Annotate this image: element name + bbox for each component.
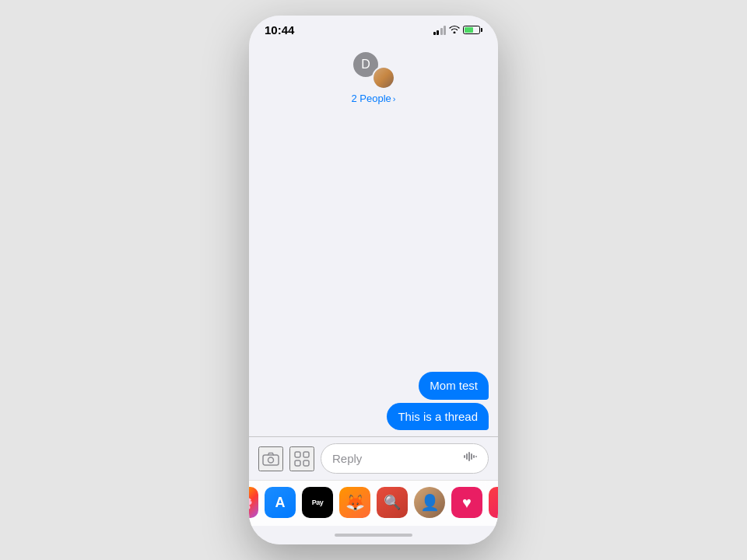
svg-rect-3	[303, 452, 309, 457]
svg-rect-5	[303, 460, 309, 466]
home-indicator	[249, 526, 498, 544]
svg-rect-0	[263, 455, 279, 465]
svg-rect-7	[466, 453, 468, 460]
dock-item-applepay[interactable]: Pay	[302, 487, 333, 518]
dock-item-photos[interactable]: 🌸	[249, 487, 258, 518]
conversation-header: D 2 People ›	[249, 41, 498, 112]
wifi-icon	[449, 25, 460, 35]
messages-container: Mom test This is a thread	[249, 112, 498, 436]
dock-item-social[interactable]: 🦊	[339, 487, 370, 518]
home-bar	[335, 534, 412, 537]
apps-icon	[294, 451, 310, 467]
camera-icon	[262, 452, 279, 466]
svg-rect-10	[473, 455, 475, 458]
battery-icon	[463, 26, 482, 34]
reply-placeholder: Reply	[332, 452, 362, 465]
message-bubble[interactable]: Mom test	[419, 372, 489, 400]
dock: 🌸 A Pay 🦊 🔍 👤 ♥ ♪	[249, 480, 498, 526]
status-icons	[433, 25, 483, 35]
dock-item-appstore[interactable]: A	[265, 487, 296, 518]
apps-button[interactable]	[289, 446, 314, 471]
svg-rect-4	[295, 460, 300, 466]
svg-point-1	[268, 457, 274, 463]
input-bar: Reply	[249, 436, 498, 480]
svg-rect-2	[295, 452, 300, 457]
avatar-secondary	[372, 66, 395, 89]
svg-rect-11	[475, 456, 477, 457]
dock-item-music[interactable]: ♪	[489, 487, 498, 518]
dock-item-search[interactable]: 🔍	[377, 487, 408, 518]
waveform-icon	[463, 450, 477, 464]
avatars-group: D	[352, 51, 395, 89]
phone-frame: 10:44	[249, 16, 498, 544]
message-bubble[interactable]: This is a thread	[387, 403, 489, 431]
people-label[interactable]: 2 People ›	[352, 93, 396, 104]
audio-input-button[interactable]	[463, 450, 477, 467]
avatar-secondary-image	[374, 68, 394, 88]
reply-input-field[interactable]: Reply	[321, 443, 489, 474]
svg-rect-8	[468, 452, 470, 461]
chevron-right-icon: ›	[393, 94, 396, 103]
status-time: 10:44	[265, 23, 294, 37]
svg-rect-9	[471, 453, 472, 460]
camera-button[interactable]	[258, 446, 283, 471]
message-area: D 2 People › Mom test This is a thread	[249, 41, 498, 436]
status-bar: 10:44	[249, 16, 498, 41]
dock-item-contact[interactable]: 👤	[414, 487, 445, 518]
dock-item-heart[interactable]: ♥	[451, 487, 482, 518]
signal-icon	[433, 26, 447, 35]
svg-rect-6	[464, 455, 465, 458]
